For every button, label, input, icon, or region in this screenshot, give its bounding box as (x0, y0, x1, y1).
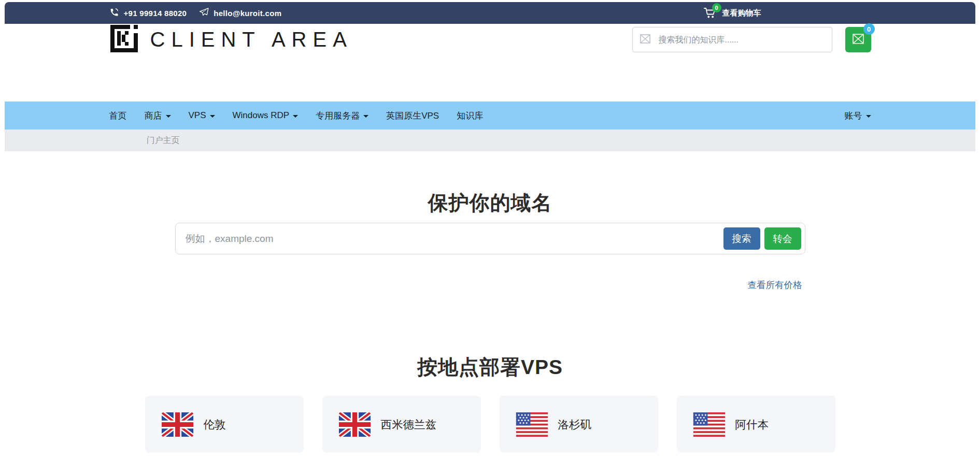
location-label: 西米德兰兹 (381, 417, 437, 432)
broken-image-icon (853, 33, 864, 46)
phone-icon (109, 7, 119, 19)
chevron-down-icon (866, 115, 871, 118)
nav-item-home[interactable]: 首页 (109, 110, 127, 122)
breadcrumb[interactable]: 门户主页 (109, 135, 180, 146)
pricing-link-row: 查看所有价格 (175, 279, 805, 291)
knowledgebase-search-input[interactable] (659, 35, 825, 45)
topbar: +91 99914 88020 hello@kuroit.com (5, 2, 975, 24)
location-card-west-midlands[interactable]: 西米德兰兹 (322, 396, 481, 453)
location-label: 阿什本 (735, 417, 769, 432)
header: CLIENT AREA 0 (5, 24, 975, 102)
nav-label: 专用服务器 (316, 110, 360, 122)
domain-search-button[interactable]: 搜索 (723, 227, 760, 250)
send-icon (199, 7, 209, 19)
nav-item-windows-rdp[interactable]: Windows RDP (233, 110, 299, 121)
location-card-los-angeles[interactable]: 洛杉矶 (500, 396, 658, 453)
uk-flag-icon (161, 412, 194, 437)
view-all-pricing-link[interactable]: 查看所有价格 (748, 280, 802, 290)
chevron-down-icon (166, 115, 171, 118)
cart-count-badge: 0 (712, 3, 721, 12)
topbar-email-address: hello@kuroit.com (214, 9, 281, 18)
domain-transfer-button[interactable]: 转会 (764, 227, 801, 250)
breadcrumb-bar: 门户主页 (5, 130, 975, 151)
nav-label: 知识库 (457, 110, 483, 122)
topbar-cart[interactable]: 0 查看购物车 (704, 7, 761, 19)
location-card-london[interactable]: 伦敦 (145, 396, 304, 453)
topbar-phone[interactable]: +91 99914 88020 (109, 7, 187, 19)
topbar-cart-label: 查看购物车 (722, 8, 761, 18)
nav-item-dedicated-servers[interactable]: 专用服务器 (316, 110, 368, 122)
vps-section-title: 按地点部署VPS (5, 353, 975, 381)
topbar-phone-number: +91 99914 88020 (124, 9, 187, 18)
notifications-button[interactable]: 0 (845, 27, 871, 52)
nav-label: 商店 (145, 110, 162, 122)
location-card-ashburn[interactable]: 阿什本 (677, 396, 835, 453)
chevron-down-icon (363, 115, 368, 118)
cart-icon: 0 (704, 7, 717, 19)
main-navigation: 首页 商店 VPS Windows RDP 专用服务器 英国原生VPS (5, 102, 975, 130)
location-label: 伦敦 (204, 417, 226, 432)
nav-label: 首页 (109, 110, 127, 122)
nav-item-store[interactable]: 商店 (145, 110, 171, 122)
page: +91 99914 88020 hello@kuroit.com (5, 2, 975, 459)
broken-image-icon (640, 34, 650, 46)
nav-item-vps[interactable]: VPS (189, 110, 215, 121)
nav-label: VPS (189, 110, 206, 121)
us-flag-icon (516, 412, 548, 437)
kuroit-logo-icon (109, 24, 139, 55)
nav-item-account[interactable]: 账号 (845, 110, 871, 122)
location-label: 洛杉矶 (558, 417, 592, 432)
domain-search-input[interactable] (176, 233, 723, 245)
nav-item-knowledgebase[interactable]: 知识库 (457, 110, 483, 122)
notifications-count-badge: 0 (863, 23, 875, 35)
page-title: CLIENT AREA (150, 28, 353, 51)
chevron-down-icon (210, 115, 215, 118)
nav-item-uk-native-vps[interactable]: 英国原生VPS (386, 110, 439, 122)
nav-label: 英国原生VPS (386, 110, 439, 122)
nav-label: 账号 (845, 110, 862, 122)
knowledgebase-search (632, 27, 832, 52)
vps-location-cards: 伦敦 西米德兰兹 洛杉矶 (145, 396, 835, 453)
domain-section-title: 保护你的域名 (5, 189, 975, 217)
uk-flag-icon (338, 412, 371, 437)
chevron-down-icon (293, 115, 298, 118)
logo[interactable]: CLIENT AREA (109, 24, 353, 55)
nav-label: Windows RDP (233, 110, 290, 121)
topbar-email[interactable]: hello@kuroit.com (199, 7, 281, 19)
main-content: 保护你的域名 搜索 转会 查看所有价格 按地点部署VPS 伦敦 (5, 189, 975, 453)
us-flag-icon (693, 412, 726, 437)
domain-search-form: 搜索 转会 (175, 223, 805, 254)
